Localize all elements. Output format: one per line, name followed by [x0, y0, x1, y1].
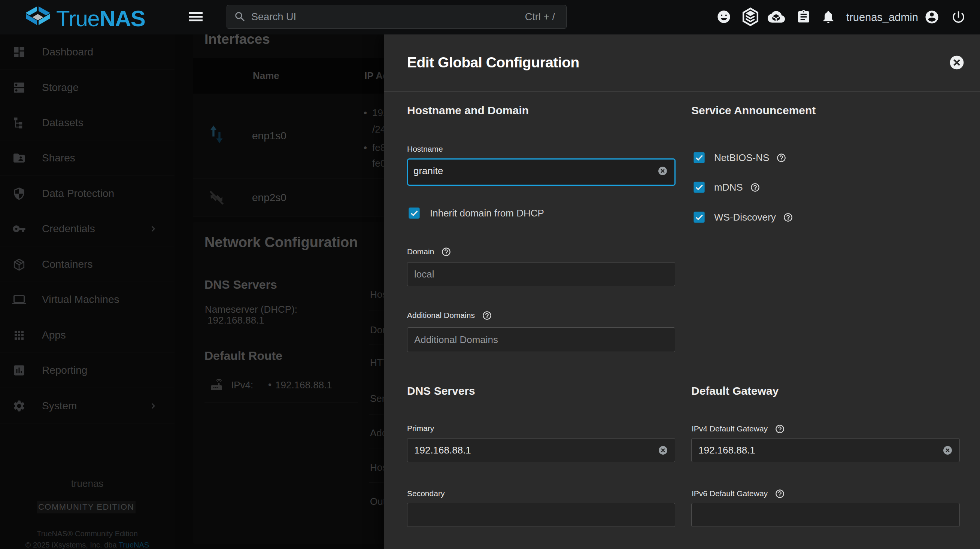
additional-domains-placeholder: Additional Domains: [414, 334, 675, 346]
panel-title: Edit Global Configuration: [407, 54, 579, 71]
truenas-connect-icon[interactable]: [767, 10, 785, 24]
inherit-domain-label: Inherit domain from DHCP: [430, 207, 544, 219]
account-icon[interactable]: [924, 10, 940, 25]
primary-dns-label: Primary: [407, 424, 434, 433]
feedback-icon[interactable]: [716, 10, 731, 24]
secondary-dns-label: Secondary: [407, 489, 444, 498]
domain-input[interactable]: local: [407, 262, 675, 286]
hostname-field-label: Hostname: [407, 145, 443, 154]
close-icon[interactable]: [949, 55, 964, 70]
mdns-label: mDNS: [714, 181, 743, 193]
search-icon: [234, 11, 247, 23]
domain-field-label-row: Domain: [407, 247, 451, 257]
checkbox-checked-icon[interactable]: [693, 152, 705, 164]
help-icon[interactable]: [441, 247, 451, 257]
help-icon[interactable]: [775, 489, 785, 499]
divider: [384, 91, 980, 92]
help-icon[interactable]: [775, 424, 785, 434]
search-placeholder: Search UI: [251, 11, 525, 23]
section-default-gateway: Default Gateway: [691, 385, 778, 397]
checkbox-checked-icon[interactable]: [693, 181, 705, 193]
ipv6-gateway-input[interactable]: [691, 503, 960, 527]
menu-toggle-icon[interactable]: [189, 12, 203, 21]
primary-dns-value: 192.168.88.1: [414, 444, 658, 456]
netbios-ns-label: NetBIOS-NS: [714, 152, 769, 164]
clear-input-icon[interactable]: [658, 446, 668, 455]
additional-domains-label: Additional Domains: [407, 311, 475, 320]
help-icon[interactable]: [783, 212, 793, 223]
brand-wordmark: TrueNAS: [56, 6, 145, 32]
additional-domains-label-row: Additional Domains: [407, 310, 492, 321]
mdns-checkbox-row[interactable]: mDNS: [693, 181, 760, 193]
ipv4-gateway-value: 192.168.88.1: [698, 444, 943, 456]
secondary-dns-input[interactable]: [407, 503, 675, 527]
domain-value: local: [414, 269, 675, 280]
username-label: truenas_admin: [846, 0, 918, 35]
power-icon[interactable]: [951, 10, 966, 25]
ipv4-gateway-label-row: IPv4 Default Gateway: [692, 423, 785, 434]
top-toolbar: TrueNAS Search UI Ctrl + / truenas_admin: [0, 0, 980, 35]
ipv6-gateway-label: IPv6 Default Gateway: [692, 489, 768, 498]
edit-global-configuration-panel: Edit Global Configuration Hostname and D…: [384, 35, 980, 549]
ws-discovery-checkbox-row[interactable]: WS-Discovery: [693, 211, 793, 223]
help-icon[interactable]: [776, 153, 786, 163]
ipv4-gateway-input[interactable]: 192.168.88.1: [691, 438, 960, 462]
jobs-icon[interactable]: [796, 10, 811, 24]
truenas-logo-icon[interactable]: [25, 6, 51, 27]
primary-dns-input[interactable]: 192.168.88.1: [407, 438, 675, 462]
section-service-announcement: Service Announcement: [691, 104, 816, 117]
ipv4-gateway-label: IPv4 Default Gateway: [692, 424, 768, 433]
global-search-input[interactable]: Search UI Ctrl + /: [227, 5, 566, 29]
section-dns-servers: DNS Servers: [407, 385, 475, 397]
help-icon[interactable]: [750, 182, 760, 193]
domain-field-label: Domain: [407, 247, 434, 256]
help-icon[interactable]: [482, 310, 492, 321]
alerts-bell-icon[interactable]: [821, 10, 836, 24]
netbios-ns-checkbox-row[interactable]: NetBIOS-NS: [693, 152, 786, 164]
checkbox-checked-icon[interactable]: [693, 211, 705, 223]
clear-input-icon[interactable]: [943, 446, 952, 455]
ipv6-gateway-label-row: IPv6 Default Gateway: [692, 489, 785, 499]
clear-input-icon[interactable]: [658, 166, 667, 176]
additional-domains-input[interactable]: Additional Domains: [407, 327, 675, 352]
ws-discovery-label: WS-Discovery: [714, 212, 776, 223]
hostname-input[interactable]: granite: [407, 158, 676, 186]
search-shortcut-hint: Ctrl + /: [525, 11, 555, 23]
inherit-domain-checkbox-row[interactable]: Inherit domain from DHCP: [408, 207, 544, 219]
section-hostname-and-domain: Hostname and Domain: [407, 104, 529, 117]
checkbox-checked-icon[interactable]: [408, 207, 420, 219]
truecommand-icon[interactable]: [742, 8, 759, 26]
hostname-value: granite: [414, 165, 658, 177]
